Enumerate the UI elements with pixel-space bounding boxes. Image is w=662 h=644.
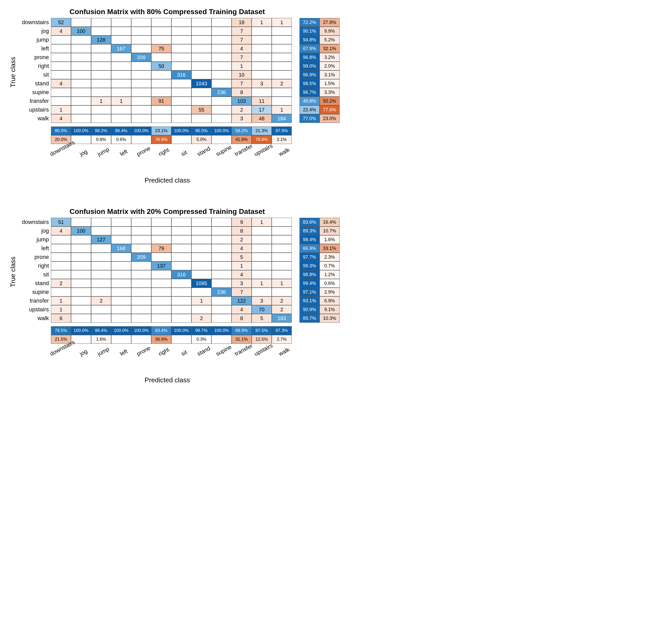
matrix-cell: 3 bbox=[231, 279, 251, 288]
matrix-cell: 1 bbox=[231, 261, 251, 270]
matrix-cell bbox=[272, 227, 292, 235]
recall-error-cell: 27.8% bbox=[319, 18, 339, 27]
matrix-cell bbox=[151, 305, 171, 314]
matrix-cell: 2 bbox=[231, 106, 251, 114]
matrix-cell bbox=[131, 296, 151, 305]
matrix-cell bbox=[51, 88, 71, 97]
row-label: right bbox=[18, 261, 51, 270]
matrix-cell bbox=[272, 270, 292, 279]
confusion-matrix-0: Confusion Matrix with 80% Compressed Tra… bbox=[8, 8, 654, 184]
matrix-cell: 4 bbox=[231, 305, 251, 314]
precision-cell: 100.0% bbox=[111, 326, 131, 335]
precision-error-cell: 78.8% bbox=[251, 135, 272, 144]
matrix-cell bbox=[131, 27, 151, 36]
matrix-cell bbox=[91, 305, 111, 314]
matrix-cell bbox=[91, 261, 111, 270]
precision-cell: 63.4% bbox=[151, 326, 171, 335]
column-label: jog bbox=[71, 345, 91, 366]
matrix-cell bbox=[51, 244, 71, 253]
matrix-cell bbox=[111, 288, 131, 296]
matrix-cell bbox=[212, 261, 231, 270]
matrix-cell bbox=[71, 70, 91, 79]
row-label: walk bbox=[18, 314, 51, 323]
matrix-cell bbox=[111, 53, 131, 62]
matrix-cell bbox=[272, 88, 292, 97]
matrix-cell bbox=[91, 279, 111, 288]
matrix-cell bbox=[212, 253, 231, 261]
matrix-cell bbox=[212, 36, 231, 44]
matrix-cell bbox=[131, 314, 151, 323]
matrix-cell bbox=[251, 53, 272, 62]
matrix-cell: 7 bbox=[231, 53, 251, 62]
matrix-cell bbox=[192, 36, 212, 44]
column-label: supine bbox=[212, 145, 231, 166]
column-label: downstairs bbox=[51, 145, 71, 166]
precision-error-cell bbox=[212, 335, 231, 344]
matrix-cell bbox=[111, 218, 131, 227]
row-label: transfer bbox=[18, 97, 51, 106]
matrix-cell: 1043 bbox=[192, 79, 212, 88]
matrix-cell bbox=[71, 218, 91, 227]
recall-cell: 83.6% bbox=[300, 218, 319, 227]
recall-cell: 66.9% bbox=[300, 244, 319, 253]
matrix-cell bbox=[71, 44, 91, 53]
matrix-cell: 5 bbox=[251, 314, 272, 323]
matrix-cell bbox=[131, 288, 151, 296]
recall-error-cell: 1.2% bbox=[319, 270, 339, 279]
matrix-cell: 18 bbox=[231, 18, 251, 27]
matrix-cell bbox=[51, 253, 71, 261]
matrix-cell bbox=[151, 253, 171, 261]
precision-error-cell: 41.8% bbox=[231, 135, 251, 144]
matrix-cell bbox=[111, 314, 131, 323]
matrix-cell bbox=[111, 62, 131, 70]
matrix-cell bbox=[212, 314, 231, 323]
matrix-cell bbox=[151, 36, 171, 44]
matrix-cell bbox=[151, 227, 171, 235]
recall-cell: 98.4% bbox=[300, 235, 319, 244]
precision-cell: 100.0% bbox=[131, 326, 151, 335]
row-label: transfer bbox=[18, 296, 51, 305]
matrix-cell: 4 bbox=[51, 227, 71, 235]
matrix-cell: 4 bbox=[51, 114, 71, 123]
recall-cell: 99.4% bbox=[300, 279, 319, 288]
recall-error-cell: 0.6% bbox=[319, 279, 339, 288]
precision-error-cell bbox=[171, 135, 192, 144]
row-label: walk bbox=[18, 114, 51, 123]
precision-error-cell: 31.1% bbox=[231, 335, 251, 344]
matrix-cell bbox=[171, 97, 192, 106]
matrix-cell: 209 bbox=[131, 253, 151, 261]
recall-cell: 67.9% bbox=[300, 44, 319, 53]
matrix-cell: 1 bbox=[272, 279, 292, 288]
recall-cell: 89.3% bbox=[300, 227, 319, 235]
matrix-cell: 100 bbox=[71, 27, 91, 36]
matrix-cell bbox=[192, 27, 212, 36]
matrix-cell bbox=[192, 70, 212, 79]
recall-cell: 97.1% bbox=[300, 288, 319, 296]
recall-error-cell: 16.4% bbox=[319, 218, 339, 227]
recall-error-cell: 2.9% bbox=[319, 288, 339, 296]
matrix-cell bbox=[71, 106, 91, 114]
precision-cell: 87.5% bbox=[251, 326, 272, 335]
matrix-cell: 1 bbox=[51, 106, 71, 114]
matrix-cell bbox=[151, 218, 171, 227]
matrix-cell bbox=[212, 79, 231, 88]
matrix-cell bbox=[91, 79, 111, 88]
matrix-cell bbox=[171, 288, 192, 296]
recall-cell: 89.7% bbox=[300, 314, 319, 323]
matrix-cell bbox=[251, 70, 272, 79]
matrix-cell: 3 bbox=[231, 114, 251, 123]
matrix-cell bbox=[71, 53, 91, 62]
chart-title: Confusion Matrix with 80% Compressed Tra… bbox=[44, 8, 291, 16]
matrix-cell: 17 bbox=[251, 106, 272, 114]
matrix-cell bbox=[192, 270, 212, 279]
matrix-cell bbox=[212, 227, 231, 235]
recall-error-cell: 3.1% bbox=[319, 70, 339, 79]
precision-cell: 78.5% bbox=[51, 326, 71, 335]
matrix-cell bbox=[111, 235, 131, 244]
precision-error-cell: 2.7% bbox=[272, 335, 292, 344]
column-label: left bbox=[111, 345, 131, 366]
matrix-cell bbox=[51, 261, 71, 270]
matrix-cell bbox=[91, 314, 111, 323]
recall-error-cell: 32.1% bbox=[319, 44, 339, 53]
matrix-grid: 5218114100712871677542097501316104104373… bbox=[51, 18, 292, 123]
